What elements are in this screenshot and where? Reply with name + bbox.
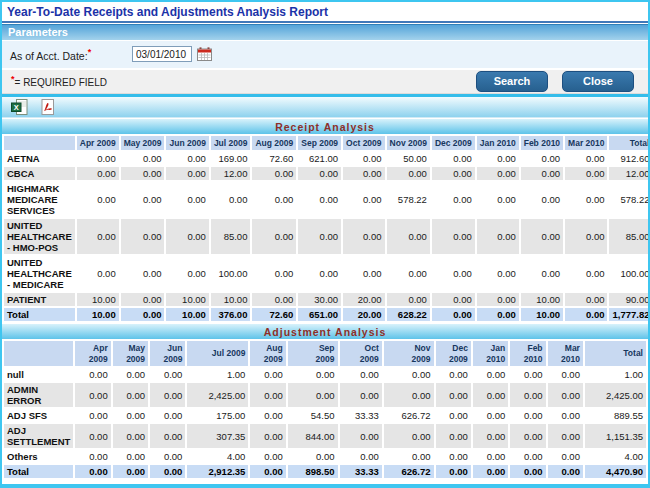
cell: 0.00 [288,450,338,463]
cell: 0.00 [75,409,110,422]
cell: 0.00 [150,465,185,478]
cell: 0.00 [384,368,434,381]
table-row: ADJ SETTLEMENT0.000.000.00307.350.00844.… [4,424,646,448]
cell: 626.72 [384,409,434,422]
cell: 30.00 [298,293,341,306]
column-header: Apr 2009 [77,136,119,150]
cell: 0.00 [432,219,475,254]
cell: 0.00 [150,424,185,448]
cell: 0.00 [565,182,607,217]
cell: 0.00 [75,383,110,407]
cell: 0.00 [432,256,475,291]
row-label-header [4,341,73,366]
column-header: Dec 2009 [436,341,471,366]
cell: 0.00 [343,182,384,217]
cell: 0.00 [432,182,475,217]
cell: 0.00 [473,465,508,478]
parameters-form-row: As of Acct. Date:* [2,40,648,68]
export-pdf-icon[interactable] [39,99,55,115]
cell: 0.00 [288,368,338,381]
cell: 0.00 [548,383,583,407]
cell: 0.00 [477,152,519,165]
column-header: Mar 2010 [565,136,607,150]
receipt-analysis-header: Receipt Analysis [2,118,648,134]
cell: 50.00 [387,152,430,165]
cell: 0.00 [387,219,430,254]
cell: 2,425.00 [585,383,646,407]
cell: 0.00 [510,424,545,448]
cell: 0.00 [510,465,545,478]
cell: 0.00 [473,368,508,381]
cell: 0.00 [436,368,471,381]
cell: 0.00 [432,308,475,321]
row-label: Others [4,450,73,463]
cell: 0.00 [340,383,382,407]
cell: 0.00 [166,167,208,180]
total-row: Total10.000.0010.00376.0072.60651.0020.0… [4,308,650,321]
cell: 0.00 [250,409,285,422]
cell: 0.00 [75,368,110,381]
cell: 0.00 [77,219,119,254]
acct-date-input[interactable] [132,46,192,62]
close-button[interactable]: Close [562,71,634,92]
cell: 0.00 [548,409,583,422]
header-row: Apr 2009May 2009Jun 2009Jul 2009Aug 2009… [4,136,650,150]
cell: 0.00 [166,219,208,254]
cell: 0.00 [477,293,519,306]
cell: 0.00 [121,152,165,165]
cell: 0.00 [548,450,583,463]
cell: 10.00 [77,293,119,306]
row-label: ADJ SFS [4,409,73,422]
column-header: Oct 2009 [343,136,384,150]
cell: 578.22 [609,182,650,217]
row-label: null [4,368,73,381]
cell: 0.00 [77,182,119,217]
cell: 0.00 [113,368,148,381]
column-header: May 2009 [113,341,148,366]
cell: 0.00 [565,293,607,306]
column-header: Feb 2010 [521,136,563,150]
export-excel-icon[interactable]: X [11,99,28,115]
cell: 0.00 [150,450,185,463]
cell: 0.00 [548,424,583,448]
cell: 0.00 [387,293,430,306]
cell: 0.00 [384,424,434,448]
row-label: Total [4,308,75,321]
cell: 0.00 [436,465,471,478]
cell: 20.00 [343,308,384,321]
calendar-icon[interactable] [197,47,212,61]
cell: 2,425.00 [187,383,248,407]
row-label: CBCA [4,167,75,180]
cell: 10.00 [166,308,208,321]
table-row: ADMIN ERROR0.000.000.002,425.000.000.000… [4,383,646,407]
column-header: Dec 2009 [432,136,475,150]
column-header: Nov 2009 [387,136,430,150]
table-row: UNITED HEALTHCARE - MEDICARE0.000.000.00… [4,256,650,291]
cell: 0.00 [432,152,475,165]
cell: 0.00 [521,167,563,180]
row-label: ADJ SETTLEMENT [4,424,73,448]
cell: 10.00 [521,293,563,306]
cell: 621.00 [298,152,341,165]
parameters-section-header: Parameters [2,24,648,40]
cell: 0.00 [343,167,384,180]
column-header: Mar 2010 [548,341,583,366]
cell: 0.00 [565,219,607,254]
column-header: Jul 2009 [211,136,251,150]
cell: 10.00 [77,308,119,321]
cell: 0.00 [510,368,545,381]
cell: 0.00 [166,256,208,291]
export-toolbar: X [2,97,648,118]
cell: 12.00 [609,167,650,180]
cell: 0.00 [565,152,607,165]
cell: 0.00 [565,167,607,180]
cell: 0.00 [384,383,434,407]
search-button[interactable]: Search [476,71,548,92]
row-label: HIGHMARK MEDICARE SERVICES [4,182,75,217]
column-header: Total [609,136,650,150]
cell: 4,470.90 [585,465,646,478]
column-header: May 2009 [121,136,165,150]
cell: 54.50 [288,409,338,422]
cell: 0.00 [436,450,471,463]
cell: 0.00 [113,450,148,463]
